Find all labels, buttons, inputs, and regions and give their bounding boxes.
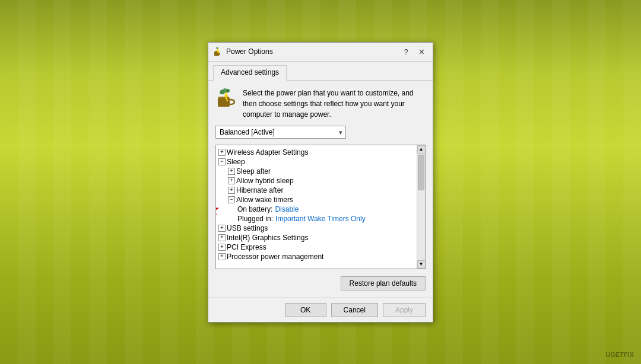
- scroll-down-button[interactable]: ▼: [417, 260, 426, 269]
- plan-dropdown-row: Balanced [Active] High performance Power…: [215, 126, 426, 139]
- power-options-dialog: Power Options ? ✕ Advanced settings: [208, 42, 433, 323]
- dialog-title: Power Options: [226, 47, 399, 56]
- restore-defaults-button[interactable]: Restore plan defaults: [341, 276, 426, 290]
- scroll-track[interactable]: [417, 154, 425, 260]
- cancel-button[interactable]: Cancel: [331, 303, 378, 317]
- plan-select[interactable]: Balanced [Active] High performance Power…: [215, 126, 346, 139]
- item-value-plugged-in[interactable]: Important Wake Timers Only: [275, 215, 366, 223]
- scroll-up-button[interactable]: ▲: [417, 145, 426, 154]
- tree-item-sleep[interactable]: − Sleep: [216, 157, 417, 167]
- tree-item-intel-graphics[interactable]: + Intel(R) Graphics Settings: [216, 233, 417, 242]
- help-button[interactable]: ?: [399, 45, 412, 58]
- item-label: USB settings: [227, 224, 268, 232]
- expand-icon[interactable]: +: [218, 253, 226, 260]
- apply-button[interactable]: Apply: [383, 303, 426, 317]
- tree-item-wake-timers[interactable]: − Allow wake timers: [216, 195, 417, 205]
- expand-icon[interactable]: +: [228, 187, 235, 194]
- dialog-icon: [213, 47, 223, 56]
- expand-icon[interactable]: +: [218, 234, 226, 241]
- description-area: Select the power plan that you want to c…: [215, 88, 426, 120]
- item-label: Sleep after: [236, 167, 271, 175]
- tree-item-on-battery-wrapper: ★ On battery: Disable: [216, 205, 417, 214]
- item-label: PCI Express: [227, 243, 266, 251]
- svg-point-8: [223, 88, 227, 92]
- item-label: Wireless Adapter Settings: [227, 148, 308, 157]
- svg-rect-5: [218, 97, 229, 98]
- item-label: On battery:: [237, 205, 272, 213]
- expand-icon[interactable]: −: [218, 158, 226, 165]
- expand-icon[interactable]: +: [218, 225, 226, 232]
- expand-icon[interactable]: +: [228, 177, 235, 184]
- bottom-section: Restore plan defaults: [208, 276, 433, 298]
- ok-button[interactable]: OK: [285, 303, 326, 317]
- item-label: Hibernate after: [236, 186, 283, 194]
- expand-icon[interactable]: +: [218, 149, 226, 156]
- tree-item-plugged-in[interactable]: Plugged in: Important Wake Timers Only: [216, 214, 417, 223]
- dialog-content: Select the power plan that you want to c…: [208, 81, 433, 276]
- tree-item-hybrid-sleep[interactable]: + Allow hybrid sleep: [216, 176, 417, 186]
- item-label: Sleep: [227, 158, 245, 166]
- title-bar: Power Options ? ✕: [208, 43, 433, 62]
- tree-item-wireless[interactable]: + Wireless Adapter Settings: [216, 148, 417, 157]
- tree-item-hibernate[interactable]: + Hibernate after: [216, 186, 417, 195]
- item-label: Processor power management: [227, 253, 323, 261]
- red-star-indicator: ★: [216, 199, 220, 219]
- close-button[interactable]: ✕: [415, 45, 428, 58]
- tree-item-sleep-after[interactable]: + Sleep after: [216, 167, 417, 176]
- description-text: Select the power plan that you want to c…: [243, 88, 426, 120]
- tree-item-usb[interactable]: + USB settings: [216, 223, 417, 233]
- title-controls: ? ✕: [399, 45, 428, 58]
- settings-list: + Wireless Adapter Settings − Sleep + Sl…: [216, 145, 417, 269]
- item-value-on-battery[interactable]: Disable: [275, 205, 299, 213]
- tab-bar: Advanced settings: [208, 62, 433, 81]
- scroll-thumb[interactable]: [418, 155, 424, 190]
- dialog-buttons: OK Cancel Apply: [208, 298, 433, 322]
- expand-icon[interactable]: +: [228, 168, 235, 175]
- item-label: Intel(R) Graphics Settings: [227, 234, 308, 242]
- power-icon: [215, 88, 237, 109]
- tree-item-on-battery[interactable]: On battery: Disable: [216, 205, 417, 214]
- tab-advanced-settings[interactable]: Advanced settings: [213, 65, 287, 81]
- watermark: UGETFIX: [605, 351, 634, 358]
- scrollbar[interactable]: ▲ ▼: [417, 145, 425, 269]
- svg-rect-3: [219, 53, 220, 55]
- svg-point-2: [216, 47, 218, 49]
- item-label: Allow hybrid sleep: [236, 177, 294, 185]
- settings-list-container: + Wireless Adapter Settings − Sleep + Sl…: [215, 145, 426, 269]
- dropdown-wrapper[interactable]: Balanced [Active] High performance Power…: [215, 126, 346, 139]
- tree-item-processor[interactable]: + Processor power management: [216, 252, 417, 261]
- item-label: Allow wake timers: [236, 196, 293, 204]
- tree-item-pci-express[interactable]: + PCI Express: [216, 242, 417, 252]
- expand-icon[interactable]: +: [218, 244, 226, 251]
- expand-icon[interactable]: −: [228, 196, 235, 203]
- item-label: Plugged in:: [237, 215, 273, 223]
- svg-rect-4: [218, 97, 230, 107]
